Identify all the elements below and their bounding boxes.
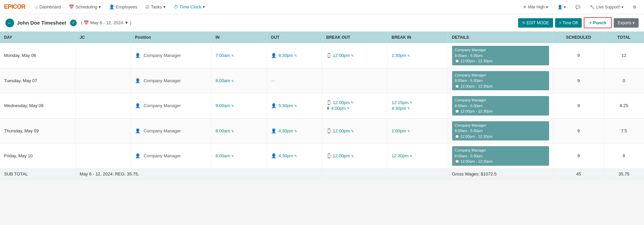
- day-cell: Tuesday, May 07: [0, 68, 75, 93]
- break-out-cell[interactable]: ⌚ 12:00pm ✎: [322, 43, 387, 68]
- break-out-cell[interactable]: ⌚ 12:00pm ✎ ⬇ 4:00pm ✎: [322, 93, 387, 119]
- in-time-cell[interactable]: 9:00am ✎: [211, 93, 267, 119]
- jc-cell: [75, 93, 131, 119]
- details-cell: Company Manager 8:00am - 5:30pm ⌚ 12:00p…: [448, 43, 553, 68]
- subtotal-row: SUB TOTAL May 6 - 12, 2024: REG: 35.75, …: [0, 168, 644, 179]
- punch-button[interactable]: + Punch: [584, 17, 612, 28]
- position-cell: 👤 Company Manager: [131, 43, 211, 68]
- details-badge: Company Manager 8:00am - 5:30pm ⌚ 12:00p…: [452, 121, 549, 141]
- nav-timeclock[interactable]: ⏱ Time Clock ▾: [170, 2, 208, 11]
- details-cell: Company Manager 8:00am - 5:30pm ⌚ 12:00p…: [448, 118, 553, 143]
- jc-cell: [75, 143, 131, 169]
- timesheet-table: DAY JC Position IN OUT BREAK OUT BREAK I…: [0, 32, 644, 180]
- position-cell: 👤 Company Manager: [131, 118, 211, 143]
- nav-tasks[interactable]: ☑ Tasks ▾: [142, 2, 169, 11]
- in-time-cell[interactable]: 8:00am ✎: [211, 143, 267, 169]
- edit-icon: ✎: [231, 129, 234, 133]
- nav-dashboard[interactable]: ⌂ Dashboard: [32, 2, 64, 11]
- out-time-cell[interactable]: 👤 5:30pm ✎: [267, 93, 322, 119]
- time-off-button[interactable]: + Time Off: [555, 18, 582, 28]
- col-header-position: Position: [131, 32, 211, 43]
- scheduled-cell: 9: [553, 43, 604, 68]
- break-in-cell[interactable]: 12:15pm ✎ 4:30pm ✎: [387, 93, 448, 119]
- edit-mode-button[interactable]: ✎ EDIT MODE: [518, 18, 553, 28]
- col-header-details: DETAILS: [448, 32, 553, 43]
- total-cell: 8: [604, 143, 644, 169]
- location-icon: ✈: [523, 5, 527, 9]
- out-time-cell[interactable]: 👤 4:30pm ✎: [267, 143, 322, 169]
- position-cell: 👤 Company Manager: [131, 93, 211, 119]
- edit-icon: ✎: [351, 154, 354, 158]
- clock-icon: ⏱: [174, 4, 178, 9]
- col-header-day: DAY: [0, 32, 75, 43]
- edit-icon: ✎: [231, 154, 234, 158]
- details-badge: Company Manager 8:00am - 5:30pm ⌚ 12:00p…: [452, 96, 549, 116]
- details-cell: Company Manager 8:00am - 5:30pm ⌚ 12:00p…: [448, 68, 553, 93]
- break-out-cell[interactable]: ⌚ 12:00pm ✎: [322, 143, 387, 169]
- scheduled-cell: 9: [553, 93, 604, 119]
- in-time-cell[interactable]: 8:00am ✎: [211, 68, 267, 93]
- break-in-cell[interactable]: 1:00pm ✎: [387, 118, 448, 143]
- table-header-row: DAY JC Position IN OUT BREAK OUT BREAK I…: [0, 32, 644, 43]
- total-cell: 8.25: [604, 93, 644, 119]
- break-in-cell[interactable]: 1:30pm ✎: [387, 43, 448, 68]
- nav-scheduling[interactable]: 📅 Scheduling ▾: [65, 2, 104, 11]
- nav-live-support[interactable]: 🔧 Live Support! ▾: [586, 3, 627, 11]
- details-badge: Company Manager 8:00am - 5:30pm ⌚ 12:00p…: [452, 146, 549, 166]
- edit-icon: ✎: [294, 104, 297, 108]
- user-icon: 👤: [557, 5, 563, 9]
- subtotal-total: 35.75: [604, 168, 644, 179]
- home-icon: ⌂: [35, 4, 38, 9]
- day-cell: Wednesday, May 08: [0, 93, 75, 119]
- break-in-cell[interactable]: 12:30pm ✎: [387, 143, 448, 169]
- nav-settings[interactable]: ⚙: [630, 3, 640, 11]
- out-time-cell[interactable]: 👤 4:30pm ✎: [267, 118, 322, 143]
- out-time-cell[interactable]: 👤 8:30pm ✎: [267, 43, 322, 68]
- person-avatar-icon: 👤: [271, 103, 276, 108]
- nav-user[interactable]: 👤 ▾: [554, 3, 569, 11]
- jc-cell: [75, 118, 131, 143]
- verified-badge: ✓: [70, 20, 77, 26]
- total-cell: 7.5: [604, 118, 644, 143]
- edit-icon: ✎: [294, 54, 297, 58]
- position-cell: 👤 Company Manager: [131, 143, 211, 169]
- calendar-icon: 📅: [69, 4, 74, 9]
- col-header-out: OUT: [267, 32, 322, 43]
- edit-icon: ✎: [351, 129, 354, 133]
- chevron-down-icon: ▾: [621, 5, 623, 9]
- edit-icon: ✎: [410, 154, 412, 158]
- person-icon: 👤: [109, 4, 114, 9]
- break-out-cell[interactable]: ⌚ 12:00pm ✎: [322, 118, 387, 143]
- in-time-cell[interactable]: 7:00am ✎: [211, 43, 267, 68]
- subtotal-scheduled: 45: [553, 168, 604, 179]
- in-time-cell[interactable]: 8:00am ✎: [211, 118, 267, 143]
- back-button[interactable]: ←: [5, 19, 14, 27]
- total-cell: 12: [604, 43, 644, 68]
- timesheet-title: John Doe Timesheet: [17, 20, 66, 26]
- subtotal-label: SUB TOTAL: [0, 168, 75, 179]
- gear-icon: ⚙: [633, 5, 637, 9]
- nav-employees[interactable]: 👤 Employees: [106, 2, 141, 11]
- subheader-actions: ✎ EDIT MODE + Time Off + Punch Exports ▾: [518, 17, 639, 28]
- chevron-down-icon: ▾: [163, 4, 166, 9]
- break-out-cell: [322, 68, 387, 93]
- edit-icon: ✎: [294, 154, 297, 158]
- nav-location[interactable]: ✈ Mile High ▾: [520, 3, 551, 11]
- day-cell: Monday, May 06: [0, 43, 75, 68]
- person-avatar-icon: 👤: [135, 153, 140, 158]
- edit-icon: ✎: [294, 129, 297, 133]
- nav-messages[interactable]: 💬: [572, 3, 584, 11]
- gross-wages: Gross Wages: $1072.5: [448, 168, 553, 179]
- table-row: Tuesday, May 07 👤 Company Manager 8:00am…: [0, 68, 644, 93]
- person-avatar-icon: 👤: [271, 153, 276, 158]
- edit-icon: ✎: [231, 104, 234, 108]
- day-cell: Friday, May 10: [0, 143, 75, 169]
- scheduled-cell: 9: [553, 118, 604, 143]
- chevron-down-icon: ▾: [203, 4, 205, 9]
- person-avatar-icon: 👤: [135, 103, 140, 108]
- exports-button[interactable]: Exports ▾: [614, 18, 639, 28]
- position-cell: 👤 Company Manager: [131, 68, 211, 93]
- col-header-break-in: BREAK IN: [387, 32, 448, 43]
- date-range[interactable]: ( 📅 May 6 - 12, 2024 ▼ ): [81, 20, 131, 25]
- chevron-down-icon: ▾: [564, 5, 566, 9]
